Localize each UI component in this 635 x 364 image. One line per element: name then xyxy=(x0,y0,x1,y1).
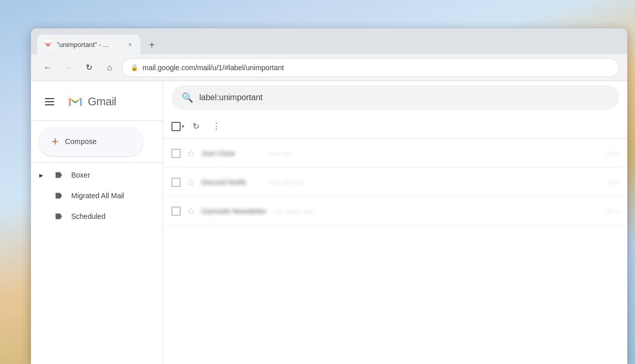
email-row[interactable]: ☆ Discord Notifs ····· ····· ····· ···· … xyxy=(163,168,627,197)
email-sender: Just Close xyxy=(201,149,263,157)
select-dropdown-arrow[interactable]: ▾ xyxy=(182,123,184,129)
navigation-bar: ← → ↻ ⌂ 🔒 mail.google.com/mail/u/1/#labe… xyxy=(31,54,627,81)
sidebar-item-scheduled[interactable]: Scheduled xyxy=(31,206,154,227)
refresh-icon: ↻ xyxy=(193,121,199,131)
search-icon: 🔍 xyxy=(182,92,193,103)
active-tab[interactable]: M "unimportant" - ... × xyxy=(37,35,140,54)
sidebar-divider xyxy=(31,120,163,121)
search-box[interactable]: 🔍 label:unimportant xyxy=(171,85,619,110)
tab-favicon: M xyxy=(43,40,53,49)
lock-icon: 🔒 xyxy=(131,64,138,71)
email-star-button[interactable]: ☆ xyxy=(187,177,195,188)
email-row[interactable]: ☆ Gizmodo Newsletter ····· ········ ····… xyxy=(163,197,627,226)
sidebar-item-scheduled-label: Scheduled xyxy=(71,212,105,220)
gmail-logo-text: Gmail xyxy=(88,95,116,108)
select-all-container[interactable]: ▾ xyxy=(171,122,184,131)
label-icon-scheduled xyxy=(54,212,63,221)
compose-plus-icon: + xyxy=(52,135,59,148)
no-expand-spacer xyxy=(39,193,45,199)
email-checkbox[interactable] xyxy=(171,178,181,187)
url-text: mail.google.com/mail/u/1/#label/unimport… xyxy=(142,64,284,72)
label-icon-boxer xyxy=(54,170,63,180)
gmail-logo: Gmail xyxy=(66,92,116,111)
address-bar[interactable]: 🔒 mail.google.com/mail/u/1/#label/unimpo… xyxy=(122,58,619,77)
forward-button[interactable]: → xyxy=(60,59,76,76)
tab-bar: M "unimportant" - ... × + xyxy=(31,28,627,54)
gmail-m-icon xyxy=(66,92,85,111)
search-query-text: label:unimportant xyxy=(199,93,263,102)
sidebar-item-boxer-label: Boxer xyxy=(71,171,90,179)
svg-text:M: M xyxy=(46,42,50,48)
svg-rect-3 xyxy=(69,97,83,107)
home-icon: ⌂ xyxy=(107,63,112,72)
expand-icon: ▶ xyxy=(39,172,45,178)
email-time: ···· ·· xyxy=(607,179,619,186)
email-checkbox[interactable] xyxy=(171,207,181,216)
email-sender: Gizmodo Newsletter xyxy=(201,207,266,215)
no-expand-spacer-2 xyxy=(39,214,45,219)
email-sender: Discord Notifs xyxy=(201,178,263,186)
sidebar-item-migrated-label: Migrated All Mail xyxy=(71,192,124,200)
email-row[interactable]: ☆ Just Close ····· ····· ··· ··· xyxy=(163,139,627,168)
email-list: ☆ Just Close ····· ····· ··· ··· ☆ Disco… xyxy=(163,139,627,364)
label-icon-migrated xyxy=(54,191,63,200)
browser-window: M "unimportant" - ... × + ← → ↻ ⌂ 🔒 mail… xyxy=(31,28,627,364)
more-icon: ⋮ xyxy=(212,121,220,131)
compose-label: Compose xyxy=(65,137,97,146)
back-icon: ← xyxy=(43,63,52,72)
email-checkbox[interactable] xyxy=(171,149,181,158)
email-star-button[interactable]: ☆ xyxy=(187,148,195,159)
reload-icon: ↻ xyxy=(86,62,92,72)
hamburger-menu-button[interactable] xyxy=(39,91,60,112)
new-tab-button[interactable]: + xyxy=(145,38,159,52)
sidebar-item-migrated-all-mail[interactable]: Migrated All Mail xyxy=(31,185,154,206)
refresh-button[interactable]: ↻ xyxy=(186,117,205,136)
main-content: 🔍 label:unimportant ▾ ↻ ⋮ xyxy=(163,81,627,364)
select-all-checkbox[interactable] xyxy=(171,122,181,131)
search-bar-container: 🔍 label:unimportant xyxy=(163,81,627,114)
email-time: ··· ··· xyxy=(607,150,619,157)
tab-title: "unimportant" - ... xyxy=(57,41,122,49)
back-button[interactable]: ← xyxy=(39,59,56,76)
hamburger-icon xyxy=(45,98,54,105)
email-snippet: ····· ········ ····· xyxy=(273,207,601,215)
forward-icon: → xyxy=(64,63,72,72)
reload-button[interactable]: ↻ xyxy=(81,59,97,76)
sidebar-divider-2 xyxy=(31,162,163,163)
compose-button[interactable]: + Compose xyxy=(39,127,142,156)
email-toolbar: ▾ ↻ ⋮ xyxy=(163,114,627,139)
email-snippet: ····· ····· ····· xyxy=(269,178,601,186)
home-button[interactable]: ⌂ xyxy=(101,59,118,76)
email-star-button[interactable]: ☆ xyxy=(187,205,195,217)
more-options-button[interactable]: ⋮ xyxy=(207,117,226,136)
tab-close-button[interactable]: × xyxy=(126,40,134,49)
gmail-container: Gmail + Compose ▶ Boxer xyxy=(31,81,627,364)
email-time: ···· ·· xyxy=(607,208,619,215)
sidebar-item-boxer[interactable]: ▶ Boxer xyxy=(31,165,154,185)
sidebar: Gmail + Compose ▶ Boxer xyxy=(31,81,163,364)
email-snippet: ····· ····· xyxy=(269,149,601,157)
gmail-header: Gmail xyxy=(31,85,163,118)
